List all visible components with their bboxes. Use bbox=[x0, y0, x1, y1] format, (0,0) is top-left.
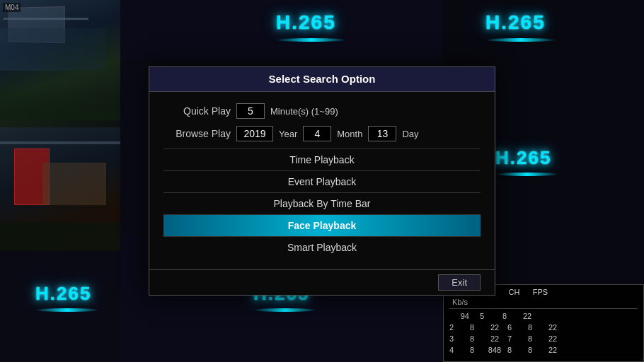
browse-play-day-input[interactable]: 13 bbox=[368, 126, 396, 141]
menu-item-smart-playback[interactable]: Smart Playback bbox=[163, 236, 481, 258]
quick-play-label: Quick Play bbox=[163, 105, 231, 117]
modal-title: Select Search Option bbox=[269, 73, 376, 85]
menu-item-event-playback[interactable]: Event Playback bbox=[163, 170, 481, 192]
menu-item-time-playback[interactable]: Time Playback bbox=[163, 148, 481, 170]
exit-button[interactable]: Exit bbox=[438, 274, 481, 291]
browse-play-month-input[interactable]: 4 bbox=[303, 126, 331, 141]
browse-play-row: Browse Play 2019 Year 4 Month 13 Day bbox=[163, 126, 481, 141]
day-label: Day bbox=[402, 129, 418, 139]
browse-play-label: Browse Play bbox=[163, 128, 231, 139]
quick-play-hint: Minute(s) (1~99) bbox=[270, 106, 338, 117]
modal-overlay: Select Search Option Quick Play 5 Minute… bbox=[0, 0, 644, 362]
menu-items-list: Time Playback Event Playback Playback By… bbox=[163, 148, 481, 258]
modal-footer: Exit bbox=[149, 269, 495, 295]
month-label: Month bbox=[337, 129, 362, 139]
modal-body: Quick Play 5 Minute(s) (1~99) Browse Pla… bbox=[149, 92, 495, 269]
menu-item-face-playback[interactable]: Face Playback bbox=[163, 214, 481, 236]
quick-play-row: Quick Play 5 Minute(s) (1~99) bbox=[163, 103, 481, 119]
quick-play-input[interactable]: 5 bbox=[236, 103, 265, 119]
year-label: Year bbox=[279, 129, 297, 139]
menu-item-playback-by-time-bar[interactable]: Playback By Time Bar bbox=[163, 192, 481, 214]
modal-title-bar: Select Search Option bbox=[149, 67, 495, 92]
browse-play-year-input[interactable]: 2019 bbox=[236, 126, 273, 141]
select-search-modal: Select Search Option Quick Play 5 Minute… bbox=[149, 66, 495, 296]
